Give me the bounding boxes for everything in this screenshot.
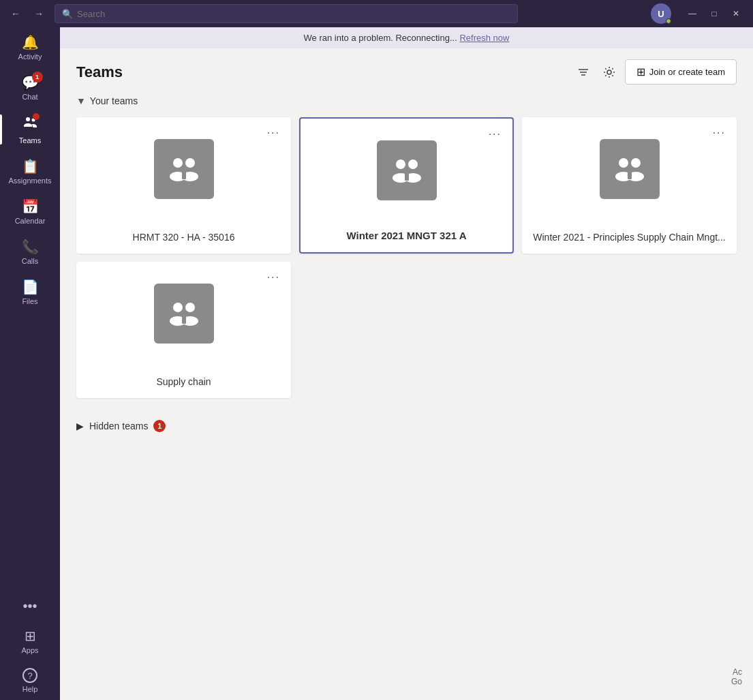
hidden-teams-section[interactable]: ▶ Hidden teams 1 <box>76 414 737 438</box>
team-icon-supply-chain <box>154 284 214 344</box>
bottom-right-line2: Go <box>731 677 742 686</box>
your-teams-chevron-icon: ▼ <box>76 95 86 106</box>
sidebar-label-help: Help <box>22 685 38 693</box>
sidebar-label-calls: Calls <box>22 257 38 265</box>
team-card-hrmt[interactable]: ··· HRMT 320 - HA - 35016 <box>76 117 291 254</box>
forward-button[interactable]: → <box>30 5 48 22</box>
sidebar-item-apps[interactable]: ⊞ Apps <box>0 621 60 661</box>
join-create-label: Join or create team <box>649 67 725 77</box>
team-icon-container-winter-supply <box>533 139 726 199</box>
calls-icon: 📞 <box>22 239 39 255</box>
nav-buttons: ← → <box>7 5 48 22</box>
team-card-supply-chain-menu[interactable]: ··· <box>264 270 283 285</box>
filter-button[interactable] <box>573 62 594 82</box>
team-icon-container-supply-chain <box>87 284 280 344</box>
your-teams-section-header[interactable]: ▼ Your teams <box>76 95 737 106</box>
team-card-winter-supply-menu[interactable]: ··· <box>710 125 728 140</box>
team-card-hrmt-menu[interactable]: ··· <box>264 125 283 140</box>
sidebar-item-files[interactable]: 📄 Files <box>0 272 60 312</box>
svg-point-22 <box>185 303 195 312</box>
minimize-button[interactable]: — <box>682 3 703 24</box>
teams-content: ▼ Your teams ··· <box>60 95 753 700</box>
search-bar: 🔍 <box>55 4 518 23</box>
team-icon-container-hrmt <box>87 139 280 199</box>
team-name-winter-supply: Winter 2021 - Principles Supply Chain Mn… <box>533 232 726 243</box>
team-icon-winter-supply <box>600 139 660 199</box>
main-content: We ran into a problem. Reconnecting... R… <box>60 27 753 700</box>
app-body: 🔔 Activity 💬 1 Chat Teams <box>0 27 753 700</box>
sidebar-label-assignments: Assignments <box>9 177 52 185</box>
titlebar: ← → 🔍 U — □ ✕ <box>0 0 753 27</box>
svg-point-16 <box>619 158 628 168</box>
bottom-right-hint: Ac Go <box>731 667 742 686</box>
avatar[interactable]: U <box>651 3 671 24</box>
assignments-icon: 📋 <box>22 158 39 174</box>
hidden-teams-label: Hidden teams <box>89 421 148 431</box>
sidebar-item-activity[interactable]: 🔔 Activity <box>0 27 60 67</box>
hidden-teams-chevron-icon: ▶ <box>76 421 84 431</box>
team-name-hrmt: HRMT 320 - HA - 35016 <box>87 232 280 243</box>
banner-message: We ran into a problem. Reconnecting... <box>304 33 457 43</box>
sidebar-item-more[interactable]: ••• <box>0 592 60 621</box>
sidebar-label-teams: Teams <box>19 136 41 144</box>
team-card-winter-mngt[interactable]: ··· Winter 2021 MNGT 321 A <box>299 117 514 254</box>
team-name-winter-mngt: Winter 2021 MNGT 321 A <box>311 230 502 241</box>
svg-point-5 <box>607 70 611 74</box>
page-title: Teams <box>76 63 573 81</box>
apps-icon: ⊞ <box>25 628 36 644</box>
svg-point-6 <box>173 158 183 168</box>
sidebar-label-files: Files <box>22 297 37 305</box>
join-create-button[interactable]: ⊞ Join or create team <box>625 59 737 85</box>
team-card-winter-supply[interactable]: ··· Winter 2021 - Principle <box>522 117 737 254</box>
team-icon-hrmt <box>154 139 214 199</box>
sidebar-item-assignments[interactable]: 📋 Assignments <box>0 151 60 192</box>
svg-point-0 <box>26 117 30 121</box>
teams-header: Teams ⊞ Join or cre <box>60 48 753 95</box>
sidebar-label-chat: Chat <box>22 93 37 101</box>
sidebar-label-calendar: Calendar <box>15 217 46 225</box>
bottom-right-line1: Ac <box>731 667 742 677</box>
more-icon: ••• <box>22 598 37 614</box>
close-button[interactable]: ✕ <box>726 3 746 24</box>
chat-icon: 💬 1 <box>22 74 39 91</box>
sidebar-item-calls[interactable]: 📞 Calls <box>0 232 60 272</box>
sidebar-item-calendar[interactable]: 📅 Calendar <box>0 192 60 232</box>
svg-rect-20 <box>628 166 632 179</box>
svg-rect-10 <box>182 166 186 179</box>
join-create-icon: ⊞ <box>636 65 645 78</box>
team-card-winter-mngt-menu[interactable]: ··· <box>486 127 504 142</box>
sidebar-item-help[interactable]: ? Help <box>0 661 60 700</box>
teams-grid: ··· HRMT 320 - HA - 35016 <box>76 117 737 398</box>
header-actions: ⊞ Join or create team <box>573 59 737 85</box>
sidebar-label-apps: Apps <box>21 646 38 654</box>
calendar-icon: 📅 <box>22 198 39 215</box>
sidebar: 🔔 Activity 💬 1 Chat Teams <box>0 27 60 700</box>
reconnect-banner: We ran into a problem. Reconnecting... R… <box>60 27 753 48</box>
svg-point-11 <box>396 159 405 169</box>
avatar-initial: U <box>658 9 664 19</box>
hidden-teams-count-badge: 1 <box>153 420 166 432</box>
team-icon-container-winter-mngt <box>311 140 502 200</box>
refresh-link[interactable]: Refresh now <box>459 33 509 43</box>
sidebar-label-activity: Activity <box>18 52 42 61</box>
back-button[interactable]: ← <box>7 5 25 22</box>
search-input[interactable] <box>77 9 510 19</box>
sidebar-item-chat[interactable]: 💬 1 Chat <box>0 67 60 108</box>
svg-rect-25 <box>182 310 186 324</box>
team-card-supply-chain[interactable]: ··· Supply chain <box>76 262 291 398</box>
team-name-supply-chain: Supply chain <box>87 376 280 387</box>
settings-button[interactable] <box>599 62 619 82</box>
files-icon: 📄 <box>22 279 39 295</box>
team-icon-winter-mngt <box>377 140 437 200</box>
svg-point-7 <box>185 158 195 168</box>
help-icon: ? <box>22 668 37 683</box>
svg-rect-15 <box>405 167 409 181</box>
your-teams-label: Your teams <box>90 95 138 106</box>
chat-badge: 1 <box>32 72 43 82</box>
window-controls: — □ ✕ <box>682 3 746 24</box>
titlebar-controls: U — □ ✕ <box>651 3 746 24</box>
svg-point-12 <box>408 159 418 169</box>
maximize-button[interactable]: □ <box>704 3 724 24</box>
search-icon: 🔍 <box>62 9 73 19</box>
sidebar-item-teams[interactable]: Teams <box>0 108 60 151</box>
